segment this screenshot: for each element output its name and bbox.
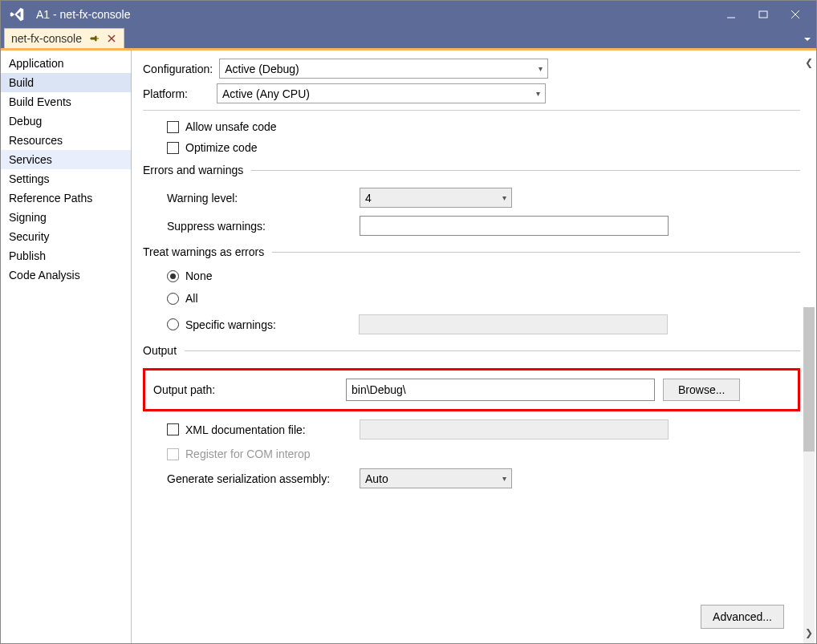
scroll-down-icon[interactable]: ❯ [805,627,813,638]
divider [143,110,800,111]
pin-icon[interactable] [88,33,100,44]
sidebar-item-application[interactable]: Application [1,54,131,73]
gen-serialization-combo[interactable]: Auto ▾ [360,468,512,488]
sidebar-item-resources[interactable]: Resources [1,131,131,150]
output-path-input[interactable] [346,379,655,401]
maximize-button[interactable] [747,2,779,26]
scroll-up-icon[interactable]: ❮ [805,57,813,68]
chevron-down-icon: ▾ [502,474,506,483]
document-tabstrip: net-fx-console [1,28,816,51]
close-icon[interactable] [106,33,117,44]
chevron-down-icon: ▾ [536,89,540,98]
output-path-label: Output path: [153,383,338,396]
titlebar: A1 - net-fx-console [1,1,816,28]
platform-value: Active (Any CPU) [222,87,310,100]
sidebar-item-publish[interactable]: Publish [1,246,131,265]
configuration-value: Active (Debug) [225,63,299,75]
tab-overflow-chevron-icon[interactable] [803,33,811,46]
checkbox-icon [167,423,179,435]
treat-all-radio[interactable]: All [167,292,800,305]
checkbox-icon [167,448,179,460]
browse-button[interactable]: Browse... [663,379,740,401]
visual-studio-logo-icon [6,3,28,26]
gen-serialization-value: Auto [365,472,388,485]
sidebar-item-settings[interactable]: Settings [1,169,131,188]
radio-icon [167,270,179,282]
treat-specific-radio[interactable]: Specific warnings: [167,314,800,334]
divider [272,252,800,253]
xml-doc-input[interactable] [360,419,669,439]
window-title: A1 - net-fx-console [36,8,715,21]
sidebar-item-build-events[interactable]: Build Events [1,92,131,111]
divider [251,170,800,171]
build-property-page: ❮ Configuration: Active (Debug) ▾ Platfo… [132,51,816,644]
allow-unsafe-label: Allow unsafe code [185,120,277,133]
radio-icon [167,293,179,305]
warning-level-label: Warning level: [167,192,360,205]
sidebar-item-debug[interactable]: Debug [1,111,131,131]
gen-serialization-label: Generate serialization assembly: [167,472,360,485]
treat-specific-label: Specific warnings: [185,318,282,331]
warning-level-combo[interactable]: 4 ▾ [360,188,512,208]
svg-rect-1 [759,11,767,18]
sidebar-item-code-analysis[interactable]: Code Analysis [1,265,131,285]
chevron-down-icon: ▾ [502,193,506,202]
configuration-label: Configuration: [143,63,213,75]
treat-none-radio[interactable]: None [167,269,800,282]
chevron-down-icon: ▾ [539,64,543,73]
tab-net-fx-console[interactable]: net-fx-console [4,28,124,48]
advanced-button-label: Advanced... [713,610,772,623]
output-heading: Output [143,344,177,357]
divider [185,350,800,351]
specific-warnings-input[interactable] [359,314,668,334]
checkbox-icon [167,142,179,154]
suppress-warnings-input[interactable] [360,216,669,236]
register-com-label: Register for COM interop [185,448,311,460]
warning-level-value: 4 [365,192,372,205]
errors-heading: Errors and warnings [143,164,243,176]
radio-icon [167,318,179,330]
treat-all-label: All [185,292,198,305]
configuration-combo[interactable]: Active (Debug) ▾ [219,59,548,79]
property-page-sidebar: Application Build Build Events Debug Res… [1,51,132,644]
treat-warnings-heading: Treat warnings as errors [143,245,264,258]
tab-label: net-fx-console [11,32,82,45]
xml-doc-label: XML documentation file: [185,423,306,436]
output-path-callout: Output path: Browse... [143,368,800,411]
suppress-warnings-label: Suppress warnings: [167,220,360,233]
platform-label: Platform: [143,87,188,100]
advanced-button[interactable]: Advanced... [701,605,784,629]
platform-combo[interactable]: Active (Any CPU) ▾ [217,83,546,103]
sidebar-item-reference-paths[interactable]: Reference Paths [1,188,131,208]
optimize-label: Optimize code [185,141,257,154]
sidebar-item-signing[interactable]: Signing [1,208,131,227]
register-com-checkbox: Register for COM interop [167,448,800,460]
close-button[interactable] [779,2,811,26]
browse-button-label: Browse... [678,383,725,396]
sidebar-item-services[interactable]: Services [1,150,131,169]
scrollbar-thumb[interactable] [803,307,815,452]
minimize-button[interactable] [715,2,747,26]
optimize-code-checkbox[interactable]: Optimize code [167,141,800,154]
sidebar-item-security[interactable]: Security [1,227,131,246]
allow-unsafe-checkbox[interactable]: Allow unsafe code [167,120,800,133]
sidebar-item-build[interactable]: Build [1,73,131,92]
xml-doc-checkbox[interactable]: XML documentation file: [167,423,360,436]
checkbox-icon [167,121,179,133]
treat-none-label: None [185,269,212,282]
